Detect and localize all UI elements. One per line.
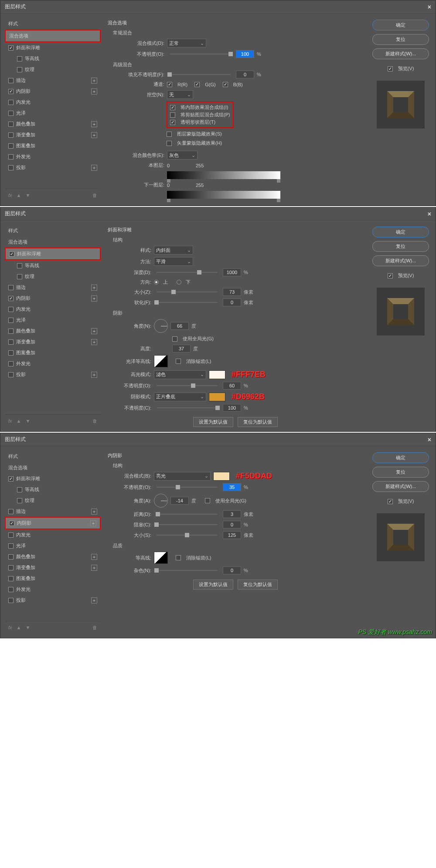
contour-item[interactable]: 等高线 — [5, 53, 101, 64]
close-icon[interactable]: × — [428, 436, 431, 443]
arrow-down-icon[interactable]: ▼ — [25, 625, 30, 630]
inner-glow-item[interactable]: 内发光 — [5, 304, 101, 315]
checkbox-icon[interactable] — [8, 554, 14, 559]
anti-alias-checkbox[interactable] — [176, 555, 181, 560]
size-slider[interactable] — [157, 292, 218, 292]
set-default-button[interactable]: 设置为默认值 — [193, 417, 233, 427]
checkbox-icon[interactable] — [8, 476, 14, 481]
checkbox-icon[interactable] — [17, 498, 22, 503]
add-icon[interactable]: + — [91, 328, 97, 334]
checkbox-icon[interactable] — [8, 285, 14, 290]
contour-picker[interactable] — [154, 552, 168, 564]
checkbox-icon[interactable] — [8, 509, 14, 514]
checkbox-icon[interactable] — [8, 45, 14, 51]
trash-icon[interactable]: 🗑 — [92, 193, 97, 198]
add-icon[interactable]: + — [90, 520, 96, 526]
blending-options-item[interactable]: 混合选项 — [5, 462, 101, 473]
blending-options-item[interactable]: 混合选项 — [5, 30, 101, 42]
inner-shadow-item[interactable]: 内阴影+ — [5, 293, 101, 304]
checkbox-icon[interactable] — [8, 78, 14, 83]
outer-glow-item[interactable]: 外发光 — [5, 151, 101, 162]
trash-icon[interactable]: 🗑 — [92, 418, 97, 424]
checkbox-icon[interactable] — [8, 165, 14, 170]
size-input[interactable]: 73 — [223, 288, 241, 296]
ok-button[interactable]: 确定 — [372, 452, 429, 463]
add-icon[interactable]: + — [91, 121, 97, 127]
texture-item[interactable]: 纹理 — [5, 271, 101, 282]
checkbox-icon[interactable] — [8, 532, 14, 538]
gradient-overlay-item[interactable]: 渐变叠加+ — [5, 129, 101, 140]
add-icon[interactable]: + — [91, 509, 97, 515]
checkbox-icon[interactable] — [8, 307, 14, 312]
shadow-opacity-slider[interactable] — [157, 407, 218, 408]
pattern-overlay-item[interactable]: 图案叠加 — [5, 347, 101, 358]
add-icon[interactable]: + — [91, 339, 97, 345]
color-overlay-item[interactable]: 颜色叠加+ — [5, 119, 101, 129]
reset-default-button[interactable]: 复位为默认值 — [238, 580, 278, 590]
ok-button[interactable]: 确定 — [372, 20, 429, 31]
global-light-checkbox[interactable] — [172, 336, 177, 342]
blend-mode-select[interactable]: 亮光 — [154, 472, 211, 481]
bevel-style-select[interactable]: 内斜面 — [154, 246, 193, 254]
new-style-button[interactable]: 新建样式(W)... — [372, 48, 429, 59]
layer-mask-hide-checkbox[interactable] — [167, 132, 172, 137]
arrow-down-icon[interactable]: ▼ — [25, 193, 30, 198]
under-layer-gradient[interactable] — [167, 191, 280, 199]
new-style-button[interactable]: 新建样式(W)... — [372, 255, 429, 266]
transparency-shapes-checkbox[interactable] — [170, 120, 175, 125]
inner-shadow-item[interactable]: 内阴影+ — [5, 86, 101, 97]
preview-checkbox[interactable] — [388, 499, 393, 504]
satin-item[interactable]: 光泽 — [5, 315, 101, 326]
highlight-opacity-slider[interactable] — [157, 385, 218, 386]
texture-item[interactable]: 纹理 — [5, 64, 101, 75]
noise-input[interactable]: 0 — [223, 566, 241, 574]
shadow-opacity-input[interactable]: 100 — [223, 404, 241, 412]
blend-clipped-checkbox[interactable] — [170, 112, 175, 118]
contour-item[interactable]: 等高线 — [5, 484, 101, 495]
reset-button[interactable]: 复位 — [372, 241, 429, 252]
angle-dial[interactable] — [154, 319, 168, 333]
color-overlay-item[interactable]: 颜色叠加+ — [5, 326, 101, 336]
add-icon[interactable]: + — [91, 132, 97, 138]
stroke-item[interactable]: 描边+ — [5, 75, 101, 86]
new-style-button[interactable]: 新建样式(W)... — [372, 481, 429, 492]
highlight-mode-select[interactable]: 滤色 — [154, 370, 206, 379]
outer-glow-item[interactable]: 外发光 — [5, 584, 101, 595]
preview-checkbox[interactable] — [388, 273, 393, 278]
depth-slider[interactable] — [157, 272, 218, 273]
fill-opacity-slider[interactable] — [170, 74, 231, 75]
add-icon[interactable]: + — [91, 372, 97, 378]
checkbox-icon[interactable] — [9, 521, 14, 526]
depth-input[interactable]: 1000 — [223, 268, 241, 276]
gradient-overlay-item[interactable]: 渐变叠加+ — [5, 336, 101, 347]
checkbox-icon[interactable] — [17, 263, 22, 268]
inner-glow-item[interactable]: 内发光 — [5, 529, 101, 540]
add-icon[interactable]: + — [91, 295, 97, 302]
highlight-color-swatch[interactable] — [209, 370, 225, 379]
preview-checkbox[interactable] — [388, 66, 393, 71]
checkbox-icon[interactable] — [8, 372, 14, 377]
stroke-item[interactable]: 描边+ — [5, 506, 101, 517]
checkbox-icon[interactable] — [8, 100, 14, 105]
pattern-overlay-item[interactable]: 图案叠加 — [5, 140, 101, 151]
blend-interior-checkbox[interactable] — [170, 105, 175, 110]
contour-item[interactable]: 等高线 — [5, 260, 101, 271]
channel-g-checkbox[interactable] — [194, 82, 200, 87]
channel-b-checkbox[interactable] — [223, 82, 228, 87]
bevel-item[interactable]: 斜面和浮雕 — [5, 248, 101, 260]
size-slider[interactable] — [157, 535, 218, 536]
checkbox-icon[interactable] — [8, 565, 14, 570]
distance-slider[interactable] — [157, 514, 218, 515]
shadow-mode-select[interactable]: 正片叠底 — [154, 393, 206, 401]
checkbox-icon[interactable] — [8, 576, 14, 581]
arrow-up-icon[interactable]: ▲ — [17, 625, 21, 630]
drop-shadow-item[interactable]: 投影+ — [5, 162, 101, 173]
vector-mask-hide-checkbox[interactable] — [167, 141, 172, 146]
trash-icon[interactable]: 🗑 — [92, 625, 97, 630]
distance-input[interactable]: 3 — [223, 510, 241, 518]
opacity-input[interactable]: 100 — [236, 50, 254, 58]
choke-slider[interactable] — [157, 524, 218, 525]
fx-label[interactable]: fx — [8, 193, 12, 198]
angle-input[interactable]: 66 — [170, 322, 189, 330]
fx-label[interactable]: fx — [8, 418, 12, 424]
